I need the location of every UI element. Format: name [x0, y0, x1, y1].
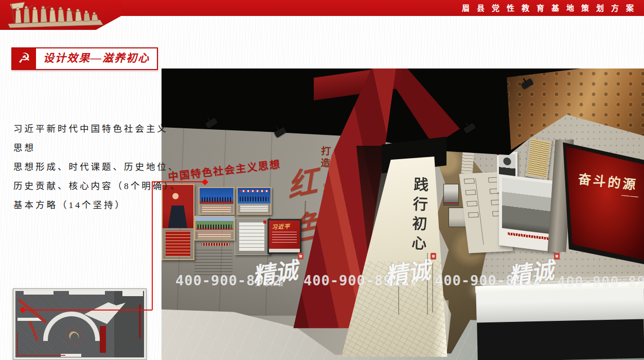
red-text-panel: [163, 228, 193, 259]
exhibition-rendering: 奋斗的源 —— 中国特色社会主义思想 打造 红色 竞争力: [162, 68, 644, 360]
case-body: [476, 288, 644, 324]
logo-subtext: 文化科技: [388, 280, 419, 287]
watermark-logo: 精诚 文化科技: [252, 255, 314, 291]
historic-photo: [443, 184, 459, 205]
slide-page: 奋斗的源 —— 中国特色社会主义思想 打造 红色 竞争力: [0, 0, 644, 360]
screen-footer: [269, 249, 300, 252]
screen-text-lines: [272, 232, 297, 243]
red-seal-icon: [298, 253, 303, 260]
mini-red-screen: 习近平: [267, 219, 301, 254]
blue-group-photo2: [238, 188, 271, 203]
description-text: 习近平新时代中国特色社会主义 思想 思想形成、时代课题、历史地位、 历史贡献、核…: [13, 119, 172, 215]
watermark-logo: 精诚 文化科技: [385, 255, 446, 291]
desc-line: 历史贡献、核心内容（8个明确）、: [13, 177, 172, 196]
case-plinth: [477, 319, 644, 360]
plan-wall: [69, 291, 105, 295]
logo-subtext: 文化科技: [255, 280, 286, 287]
mini-screen-title: 习近平: [272, 221, 291, 230]
plan-wall: [24, 291, 53, 295]
poster-congress-group: [199, 187, 235, 215]
led-screen-dash: ——: [621, 190, 639, 201]
caption: [200, 204, 234, 214]
banner-title: 眉县党性教育基地策划方案: [462, 0, 641, 16]
white-exhibit-board: [235, 218, 271, 255]
plan-red-outline: [17, 332, 65, 356]
desc-line: 思想: [13, 139, 172, 158]
banner-left-shape: [0, 0, 121, 30]
desc-line: 基本方略（14个坚持）: [13, 196, 172, 215]
wall-heading-strip: [194, 242, 237, 247]
watermark-logo: 精诚 文化科技: [508, 255, 570, 291]
poster-outdoor-group: [194, 216, 235, 241]
party-emblem-icon: ☭: [18, 52, 30, 65]
mountain-group-photo: [195, 217, 234, 231]
section-title: 设计效果—滋养初心: [36, 48, 157, 69]
aged-text-panel: [524, 135, 552, 181]
party-emblem-box: ☭: [12, 48, 36, 69]
caption: [238, 203, 271, 214]
blue-group-photo: [200, 188, 234, 204]
section-header: ☭ 设计效果—滋养初心: [11, 47, 158, 70]
desc-line: 思想形成、时代课题、历史地位、: [13, 158, 172, 177]
caption: [195, 231, 234, 240]
callout-line-vertical: [152, 181, 153, 310]
led-screen-title: 奋斗的源: [577, 168, 638, 193]
callout-line-bottom: [23, 310, 152, 311]
poster-summit-group: [237, 187, 272, 215]
exhibition-floor-plan: [13, 288, 147, 360]
callout-line-top: [152, 181, 204, 182]
desc-line: 习近平新时代中国特色社会主义: [13, 119, 172, 139]
red-seal-icon: [554, 253, 560, 260]
red-mark: [263, 220, 266, 224]
chart-connector: [475, 178, 484, 245]
plan-center-emblem: [65, 327, 83, 346]
logo-subtext: 文化科技: [511, 280, 542, 287]
red-seal-icon: [431, 253, 436, 260]
plan-red-wall: [100, 326, 106, 353]
emblem-swirl-icon: [67, 330, 81, 344]
revolution-relief-sculpture: [3, 1, 106, 29]
plan-wall: [122, 291, 143, 296]
bw-group-photo: [502, 178, 554, 235]
watermark-phone: 400-900-8922: [557, 273, 644, 289]
